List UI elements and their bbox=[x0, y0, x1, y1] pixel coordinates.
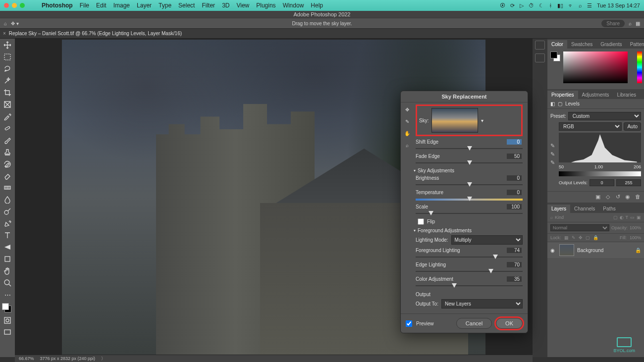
tab-libraries[interactable]: Libraries bbox=[613, 91, 640, 99]
tab-channels[interactable]: Channels bbox=[570, 205, 599, 213]
filter-pixel-icon[interactable]: ▢ bbox=[613, 215, 618, 220]
clock-text[interactable]: Tue 13 Sep 14:27 bbox=[597, 2, 640, 8]
screenmode-tool[interactable] bbox=[1, 327, 13, 338]
menu-filter[interactable]: Filter bbox=[202, 2, 215, 9]
input-black[interactable]: 50 bbox=[559, 164, 564, 169]
histogram[interactable] bbox=[559, 133, 641, 162]
blend-mode-select[interactable]: Normal bbox=[550, 224, 609, 231]
output-to-select[interactable]: New Layers bbox=[441, 299, 523, 309]
ok-button[interactable]: OK bbox=[496, 318, 523, 329]
tab-color[interactable]: Color bbox=[547, 40, 567, 49]
menu-window[interactable]: Window bbox=[283, 2, 304, 9]
type-tool[interactable] bbox=[1, 230, 13, 241]
heal-tool[interactable] bbox=[1, 123, 13, 134]
color-field[interactable] bbox=[563, 52, 628, 83]
moon-icon[interactable]: ☾ bbox=[539, 2, 544, 9]
pen-tool[interactable] bbox=[1, 218, 13, 229]
menu-view[interactable]: View bbox=[236, 2, 249, 9]
sky-picker[interactable]: Sky: ▾ bbox=[416, 104, 523, 136]
collapsed-panels[interactable] bbox=[533, 39, 547, 357]
brush-tool[interactable] bbox=[1, 135, 13, 146]
blur-tool[interactable] bbox=[1, 194, 13, 205]
menu-image[interactable]: Image bbox=[113, 2, 130, 9]
menu-3d[interactable]: 3D bbox=[222, 2, 229, 9]
dodge-tool[interactable] bbox=[1, 206, 13, 217]
menu-file[interactable]: File bbox=[80, 2, 89, 9]
color-panel[interactable] bbox=[547, 49, 644, 89]
move-tool-icon[interactable]: ✥ ▾ bbox=[11, 21, 19, 26]
control-center-icon[interactable]: ☰ bbox=[587, 2, 592, 9]
move-tool[interactable] bbox=[1, 40, 13, 51]
preview-checkbox[interactable] bbox=[406, 320, 412, 327]
tab-close-icon[interactable]: × bbox=[3, 31, 6, 36]
zoom-level[interactable]: 66.67% bbox=[19, 356, 34, 361]
panel-icon-1[interactable] bbox=[535, 41, 545, 50]
lock-trans-icon[interactable]: ▦ bbox=[564, 235, 569, 240]
spotlight-icon[interactable]: ⌕ bbox=[579, 2, 582, 8]
battery-icon[interactable]: ▮▯ bbox=[557, 2, 563, 9]
lock-nest-icon[interactable]: ▢ bbox=[586, 235, 590, 240]
layer-visibility-icon[interactable]: ◉ bbox=[550, 248, 556, 253]
dlg-brush-tool[interactable]: ✎ bbox=[403, 117, 411, 125]
panel-icon-2[interactable] bbox=[535, 53, 545, 62]
layer-name[interactable]: Background bbox=[577, 248, 603, 253]
prev-icon[interactable]: ◇ bbox=[604, 194, 611, 201]
input-white[interactable]: 206 bbox=[634, 164, 641, 169]
share-button[interactable]: Share bbox=[601, 20, 625, 27]
edit-toolbar[interactable]: ⋯ bbox=[1, 289, 13, 300]
eyedropper-tool[interactable] bbox=[1, 111, 13, 122]
hand-tool[interactable] bbox=[1, 265, 13, 276]
shape-tool[interactable] bbox=[1, 254, 13, 264]
status-chevron-icon[interactable]: 〉 bbox=[101, 356, 106, 362]
trash-icon[interactable]: 🗑 bbox=[634, 194, 641, 201]
search-icon[interactable]: ⌕ bbox=[629, 21, 632, 26]
input-mid[interactable]: 1.00 bbox=[594, 164, 603, 169]
cancel-button[interactable]: Cancel bbox=[456, 318, 492, 329]
menu-edit[interactable]: Edit bbox=[96, 2, 107, 9]
home-icon[interactable]: ⌂ bbox=[4, 21, 7, 26]
quickmask-tool[interactable] bbox=[1, 315, 13, 326]
brightness-slider[interactable]: Brightness0 bbox=[416, 175, 523, 188]
fade-edge-slider[interactable]: Fade Edge50 bbox=[416, 154, 523, 166]
menu-layer[interactable]: Layer bbox=[137, 2, 152, 9]
visibility-icon[interactable]: ◉ bbox=[624, 194, 631, 201]
menu-plugins[interactable]: Plugins bbox=[256, 2, 275, 9]
color-fgbg-swatch[interactable] bbox=[550, 52, 560, 61]
tab-patterns[interactable]: Patterns bbox=[626, 40, 644, 49]
record-icon[interactable]: ⦿ bbox=[500, 2, 505, 8]
menu-help[interactable]: Help bbox=[311, 2, 323, 9]
scale-slider[interactable]: Scale100 bbox=[416, 204, 523, 216]
wifi-icon[interactable]: ᯤ bbox=[568, 2, 574, 8]
layer-thumbnail[interactable] bbox=[559, 244, 574, 256]
lighting-mode-select[interactable]: Multiply bbox=[451, 235, 523, 245]
clip-icon[interactable]: ▣ bbox=[594, 194, 601, 201]
sky-adjustments-header[interactable]: Sky Adjustments bbox=[414, 168, 523, 173]
crop-tool[interactable] bbox=[1, 87, 13, 98]
fg-lighting-slider[interactable]: Foreground Lighting74 bbox=[416, 248, 523, 260]
tab-swatches[interactable]: Swatches bbox=[567, 40, 596, 49]
app-menu[interactable]: Photoshop bbox=[42, 2, 73, 9]
auto-button[interactable]: Auto bbox=[624, 122, 641, 131]
filter-type-icon[interactable]: T bbox=[626, 215, 629, 220]
dlg-hand-tool[interactable]: ✋ bbox=[403, 129, 411, 137]
tab-properties[interactable]: Properties bbox=[547, 91, 578, 99]
document-tab[interactable]: Replace Sky – Daniel Scott.tif @ 66.7% (… bbox=[9, 31, 182, 36]
tab-paths[interactable]: Paths bbox=[599, 205, 620, 213]
fill-value[interactable]: 100% bbox=[630, 235, 641, 240]
tab-gradients[interactable]: Gradients bbox=[596, 40, 626, 49]
gradient-tool[interactable] bbox=[1, 182, 13, 193]
flip-checkbox[interactable] bbox=[418, 218, 424, 225]
hue-slider[interactable] bbox=[637, 52, 642, 83]
bluetooth-icon[interactable]: ᚼ bbox=[549, 2, 552, 8]
tab-adjustments[interactable]: Adjustments bbox=[578, 91, 613, 99]
opacity-value[interactable]: 100% bbox=[630, 225, 641, 230]
kind-filter-icon[interactable]: ⌕ bbox=[550, 215, 553, 220]
sky-thumbnail[interactable] bbox=[431, 108, 478, 133]
filter-adj-icon[interactable]: ◐ bbox=[620, 215, 624, 220]
fg-adjustments-header[interactable]: Foreground Adjustments bbox=[414, 228, 523, 233]
eraser-tool[interactable] bbox=[1, 170, 13, 181]
preset-select[interactable]: Custom bbox=[568, 112, 641, 120]
sample-white-icon[interactable]: ✎ bbox=[550, 159, 555, 166]
sample-black-icon[interactable]: ✎ bbox=[550, 143, 555, 149]
edge-lighting-slider[interactable]: Edge Lighting70 bbox=[416, 262, 523, 274]
